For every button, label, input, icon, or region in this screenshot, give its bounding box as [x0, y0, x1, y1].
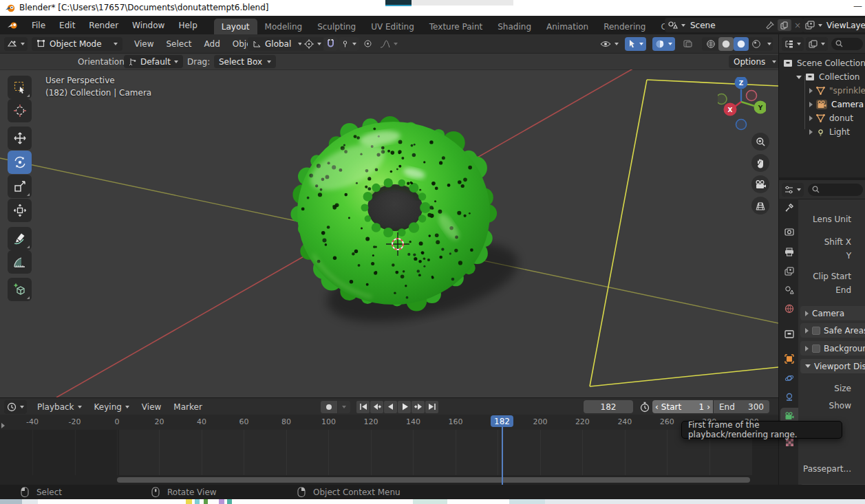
- shading-dropdown-caret[interactable]: [767, 43, 771, 45]
- shading-wireframe-button[interactable]: [703, 37, 718, 51]
- properties-tab-object[interactable]: [780, 351, 798, 367]
- gizmo-neg-z-axis[interactable]: [736, 120, 747, 130]
- viewport-menu-add[interactable]: Add: [198, 34, 226, 53]
- keying-set-dropdown[interactable]: [338, 401, 350, 413]
- expand-arrow-icon[interactable]: [809, 116, 813, 121]
- timeline-track-area[interactable]: [0, 430, 778, 475]
- gizmo-neg-y-axis[interactable]: [718, 94, 727, 105]
- collapse-arrow-icon[interactable]: [796, 76, 802, 79]
- frame-end-field[interactable]: End 300: [714, 400, 769, 413]
- viewport-menu-select[interactable]: Select: [160, 34, 197, 53]
- jump-to-start-button[interactable]: [356, 401, 370, 413]
- frame-start-field[interactable]: ‹ Start 1 ›: [652, 400, 713, 413]
- minimize-button[interactable]: —: [853, 1, 862, 11]
- playhead-label[interactable]: 182: [491, 415, 513, 427]
- outliner-row-camera[interactable]: Camera: [779, 98, 865, 111]
- proportional-falloff-dropdown[interactable]: [377, 37, 401, 51]
- next-keyframe-button[interactable]: [412, 401, 425, 413]
- snap-magnet-toggle[interactable]: [323, 37, 338, 51]
- timeline-menu-playback[interactable]: Playback: [31, 398, 88, 415]
- show-hide-dropdown[interactable]: [597, 37, 621, 51]
- workspace-tab-uv-editing[interactable]: UV Editing: [363, 19, 422, 34]
- editor-type-timeline-button[interactable]: [4, 400, 27, 414]
- shading-material-preview-button[interactable]: [734, 37, 749, 51]
- properties-search-field[interactable]: [808, 184, 863, 196]
- tool-rotate[interactable]: [8, 151, 32, 174]
- workspace-tab-sculpting[interactable]: Sculpting: [310, 19, 363, 34]
- outliner-item-label[interactable]: donut: [829, 113, 853, 123]
- auto-keying-toggle[interactable]: [321, 401, 337, 413]
- viewport-menu-view[interactable]: View: [128, 34, 160, 53]
- properties-tab-output[interactable]: [780, 243, 798, 260]
- viewport-canvas[interactable]: [0, 69, 778, 397]
- zoom-button[interactable]: [751, 133, 769, 151]
- properties-tab-tool[interactable]: [780, 199, 798, 216]
- delete-scene-button[interactable]: ×: [794, 21, 801, 30]
- start-stepper-left[interactable]: ‹: [655, 402, 659, 412]
- transform-orientation-dropdown[interactable]: Global: [248, 37, 307, 51]
- proportional-editing-toggle[interactable]: [361, 37, 375, 51]
- outliner-row-light[interactable]: Light: [779, 125, 865, 139]
- viewport-display-section-header[interactable]: Viewport Disp: [800, 359, 865, 373]
- outliner-row-donut[interactable]: donut: [779, 111, 865, 125]
- shading-solid-button[interactable]: [718, 37, 734, 51]
- tool-box-select[interactable]: [8, 76, 32, 99]
- pivot-point-dropdown[interactable]: [301, 37, 324, 51]
- workspace-tab-shading[interactable]: Shading: [490, 19, 539, 34]
- properties-tab-scene[interactable]: [780, 281, 798, 298]
- main-menu-edit[interactable]: Edit: [52, 16, 82, 34]
- editor-type-viewport-button[interactable]: [4, 37, 28, 51]
- camera-view-button[interactable]: [751, 175, 769, 193]
- outliner-row-collection[interactable]: Collection: [779, 70, 865, 84]
- previous-keyframe-button[interactable]: [370, 401, 383, 413]
- tool-cursor[interactable]: [8, 99, 32, 122]
- mode-dropdown[interactable]: Object Mode: [32, 37, 122, 51]
- orientation-dropdown[interactable]: Default: [124, 55, 183, 68]
- background-checkbox[interactable]: [812, 344, 820, 353]
- start-stepper-right[interactable]: ›: [707, 402, 710, 412]
- tool-annotate[interactable]: [8, 227, 32, 250]
- outliner-row-scenecollection[interactable]: Scene Collection: [779, 56, 865, 70]
- drag-dropdown[interactable]: Select Box: [214, 55, 276, 68]
- main-menu-render[interactable]: Render: [82, 16, 125, 34]
- expand-arrow-icon[interactable]: [809, 102, 813, 107]
- timeline-expand-arrow[interactable]: [1, 421, 5, 430]
- properties-tab-constraints[interactable]: [780, 389, 798, 406]
- editor-border[interactable]: [778, 34, 779, 485]
- camera-section-header[interactable]: Camera: [800, 306, 865, 320]
- timeline-scrollbar[interactable]: [117, 477, 750, 483]
- tool-measure[interactable]: [8, 250, 32, 274]
- background-section-header[interactable]: Backgroun: [800, 341, 865, 355]
- properties-tab-view-layer[interactable]: [780, 263, 798, 279]
- outliner-display-mode-button[interactable]: [806, 37, 828, 51]
- workspace-tab-layout[interactable]: Layout: [214, 19, 257, 34]
- safe-areas-section-header[interactable]: Safe Areas: [800, 323, 865, 338]
- shading-rendered-button[interactable]: [749, 37, 764, 51]
- workspace-tab-rendering[interactable]: Rendering: [596, 19, 653, 34]
- tool-scale[interactable]: [8, 175, 32, 198]
- jump-to-end-button[interactable]: [425, 401, 438, 413]
- workspace-tab-modeling[interactable]: Modeling: [257, 19, 310, 34]
- show-overlays-toggle[interactable]: [680, 37, 696, 51]
- properties-tab-world[interactable]: [780, 300, 798, 317]
- previous-frame-button[interactable]: [384, 401, 397, 413]
- pin-icon[interactable]: [766, 21, 774, 30]
- tool-transform[interactable]: [8, 199, 32, 222]
- pan-hand-button[interactable]: [751, 154, 769, 172]
- timeline-ruler[interactable]: -40-200204060801001201401601802002202402…: [0, 415, 778, 430]
- workspace-tab-animation[interactable]: Animation: [539, 19, 596, 34]
- playhead-line[interactable]: [502, 426, 503, 485]
- timeline-menu-view[interactable]: View: [136, 398, 167, 415]
- outliner-item-label[interactable]: Camera: [831, 100, 864, 109]
- outliner-item-label[interactable]: Collection: [819, 72, 859, 82]
- viewlayer-selector[interactable]: ViewLayer: [802, 18, 865, 32]
- editor-type-outliner-button[interactable]: [782, 37, 804, 51]
- main-menu-help[interactable]: Help: [171, 16, 204, 34]
- tool-move[interactable]: [8, 127, 32, 150]
- timeline-menu-marker[interactable]: Marker: [167, 398, 208, 415]
- main-menu-file[interactable]: File: [25, 16, 52, 34]
- scene-selector[interactable]: Scene ×: [665, 18, 804, 32]
- expand-arrow-icon[interactable]: [809, 129, 813, 135]
- blender-menu-logo-icon[interactable]: [7, 21, 19, 30]
- safe-areas-checkbox[interactable]: [812, 327, 820, 335]
